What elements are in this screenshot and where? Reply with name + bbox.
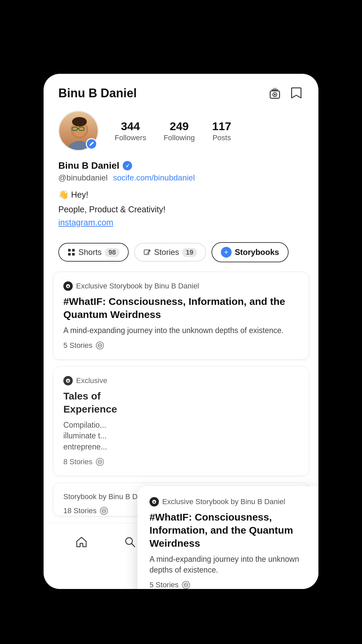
tab-storybooks-label: Storybooks bbox=[235, 248, 279, 257]
profile-handle: @binubdaniel bbox=[58, 173, 108, 182]
verified-icon: ✓ bbox=[123, 161, 132, 170]
tabs-row: Shorts 98 Stories 19 + Storybooks bbox=[44, 235, 318, 272]
posts-label: Posts bbox=[212, 133, 231, 142]
phone-frame: Binu B Daniel bbox=[44, 74, 318, 589]
card-desc-2: Compilatio...illuminate t...entreprene..… bbox=[63, 420, 299, 452]
following-count: 249 bbox=[164, 120, 195, 133]
nav-home[interactable] bbox=[71, 532, 92, 552]
tooltip-title: #WhatIF: Consciousness, Information, and… bbox=[149, 511, 313, 550]
card-desc-1: A mind-expanding journey into the unknow… bbox=[63, 325, 299, 336]
card-footer-2: 8 Stories bbox=[63, 458, 299, 466]
followers-stat[interactable]: 344 Followers bbox=[115, 120, 146, 142]
profile-name-row: Binu B Daniel ✓ bbox=[58, 160, 304, 171]
globe-icon-1 bbox=[96, 341, 104, 350]
card-meta-text-2: Exclusive bbox=[76, 376, 107, 385]
svg-point-4 bbox=[274, 94, 276, 96]
exclusive-icon-2: ★ bbox=[63, 376, 73, 385]
storybook-card-2[interactable]: ★ Exclusive Tales ofExperience Compilati… bbox=[53, 366, 309, 476]
profile-top: 344 Followers 249 Following 117 Posts bbox=[58, 111, 304, 151]
bio-line2: People, Product & Creativity! bbox=[58, 203, 304, 216]
globe-icon-2 bbox=[96, 458, 104, 466]
svg-text:★: ★ bbox=[67, 379, 70, 383]
followers-label: Followers bbox=[115, 133, 146, 142]
tab-shorts[interactable]: Shorts 98 bbox=[58, 243, 129, 262]
svg-rect-14 bbox=[72, 249, 75, 252]
svg-point-8 bbox=[72, 117, 87, 126]
svg-line-38 bbox=[132, 544, 135, 547]
following-label: Following bbox=[164, 133, 195, 142]
edit-avatar-button[interactable] bbox=[86, 138, 97, 150]
tab-stories[interactable]: Stories 19 bbox=[134, 243, 206, 262]
svg-point-18 bbox=[148, 250, 150, 252]
svg-text:★: ★ bbox=[153, 500, 156, 504]
posts-count: 117 bbox=[212, 120, 231, 133]
bookmark-button[interactable] bbox=[289, 86, 304, 101]
header: Binu B Daniel bbox=[44, 74, 318, 107]
card-meta-text-1: Exclusive Storybook by Binu B Daniel bbox=[76, 282, 199, 290]
svg-text:★: ★ bbox=[67, 285, 70, 288]
profile-name: Binu B Daniel bbox=[58, 160, 119, 171]
card-stories-count-3: 18 Stories bbox=[63, 506, 97, 515]
card-stories-count-1: 5 Stories bbox=[63, 341, 93, 350]
svg-rect-15 bbox=[68, 253, 71, 256]
tooltip-globe-icon bbox=[182, 581, 190, 589]
tab-stories-badge: 19 bbox=[182, 248, 196, 257]
tab-stories-label: Stories bbox=[154, 248, 179, 257]
exclusive-icon-1: ★ bbox=[63, 281, 73, 291]
storybook-card-1[interactable]: ★ Exclusive Storybook by Binu B Daniel #… bbox=[53, 272, 309, 360]
tooltip-exclusive-icon: ★ bbox=[149, 497, 159, 506]
profile-handle-row: @binubdaniel socife.com/binubdaniel bbox=[58, 173, 304, 182]
tab-shorts-label: Shorts bbox=[78, 248, 102, 257]
tooltip-footer: 5 Stories bbox=[149, 581, 313, 589]
svg-rect-13 bbox=[68, 249, 71, 252]
svg-rect-1 bbox=[272, 89, 278, 91]
card-footer-1: 5 Stories bbox=[63, 341, 299, 350]
tooltip-card[interactable]: ★ Exclusive Storybook by Binu B Daniel #… bbox=[137, 486, 318, 589]
profile-website[interactable]: socife.com/binubdaniel bbox=[113, 173, 195, 182]
followers-count: 344 bbox=[115, 120, 146, 133]
bio-link[interactable]: instagram.com bbox=[58, 218, 113, 227]
card-title-2: Tales ofExperience bbox=[63, 389, 299, 416]
profile-section: 344 Followers 249 Following 117 Posts Bi… bbox=[44, 107, 318, 235]
svg-point-37 bbox=[126, 538, 132, 544]
content-area: ★ Exclusive Storybook by Binu B Daniel #… bbox=[44, 272, 318, 516]
tab-storybooks[interactable]: + Storybooks bbox=[212, 242, 289, 262]
storybooks-add-icon: + bbox=[221, 247, 232, 258]
stories-stack-button[interactable] bbox=[267, 86, 282, 101]
card-meta-2: ★ Exclusive bbox=[63, 376, 299, 385]
tooltip-stories-count: 5 Stories bbox=[149, 581, 179, 589]
card-stories-count-2: 8 Stories bbox=[63, 458, 93, 466]
tooltip-desc: A mind-expanding journey into the unknow… bbox=[149, 554, 313, 575]
page-title: Binu B Daniel bbox=[58, 86, 137, 100]
card-title-1: #WhatIF: Consciousness, Information, and… bbox=[63, 295, 299, 321]
tab-shorts-badge: 98 bbox=[105, 248, 119, 257]
following-stat[interactable]: 249 Following bbox=[164, 120, 195, 142]
globe-icon-3 bbox=[100, 507, 108, 515]
svg-rect-2 bbox=[273, 88, 277, 89]
tooltip-meta: ★ Exclusive Storybook by Binu B Daniel bbox=[149, 497, 313, 506]
avatar-wrap bbox=[58, 111, 99, 151]
tooltip-meta-text: Exclusive Storybook by Binu B Daniel bbox=[162, 497, 285, 506]
svg-rect-16 bbox=[72, 253, 75, 256]
header-actions bbox=[267, 86, 304, 101]
posts-stat[interactable]: 117 Posts bbox=[212, 120, 231, 142]
card-meta-1: ★ Exclusive Storybook by Binu B Daniel bbox=[63, 281, 299, 291]
stats-row: 344 Followers 249 Following 117 Posts bbox=[115, 120, 231, 142]
bio-line1: 👋 Hey! bbox=[58, 189, 304, 201]
